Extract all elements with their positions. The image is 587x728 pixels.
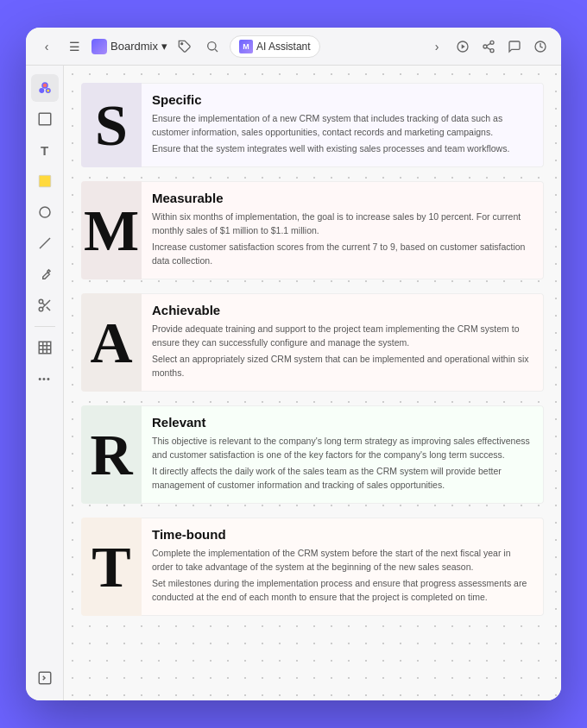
sidebar-item-pen[interactable] — [31, 260, 59, 288]
svg-rect-14 — [39, 113, 51, 125]
svg-point-13 — [46, 89, 50, 93]
top-bar-actions: › — [426, 36, 551, 57]
svg-line-2 — [215, 49, 218, 52]
svg-rect-15 — [39, 175, 51, 187]
svg-point-6 — [483, 45, 487, 48]
card-text-a: Provide adequate training and support to… — [152, 323, 533, 380]
svg-line-22 — [42, 303, 45, 305]
brand-icon — [92, 39, 107, 54]
brand-logo[interactable]: Boardmix ▾ — [92, 39, 167, 54]
card-title-m: Measurable — [152, 191, 533, 205]
top-bar: ‹ ☰ Boardmix ▾ M AI Assistant › — [26, 28, 561, 66]
sidebar-item-paint[interactable] — [31, 74, 59, 102]
svg-point-16 — [40, 207, 50, 217]
card-text-t: Complete the implementation of the CRM s… — [152, 547, 533, 604]
svg-line-8 — [487, 47, 491, 50]
card-content-m: Measurable Within six months of implemen… — [142, 181, 544, 279]
comment-icon[interactable] — [504, 36, 525, 57]
back-button[interactable]: ‹ — [36, 36, 57, 57]
svg-point-0 — [181, 42, 183, 44]
svg-point-11 — [42, 83, 47, 88]
sidebar-item-sticky[interactable] — [31, 167, 59, 195]
svg-point-12 — [40, 89, 44, 93]
share-icon[interactable] — [478, 36, 499, 57]
clock-icon[interactable] — [530, 36, 551, 57]
letter-block-s: S — [81, 83, 142, 167]
browser-window: ‹ ☰ Boardmix ▾ M AI Assistant › — [26, 28, 561, 700]
letter-s: S — [95, 96, 128, 154]
svg-point-1 — [208, 41, 216, 49]
play-icon[interactable] — [452, 36, 473, 57]
card-content-t: Time-bound Complete the implementation o… — [142, 518, 544, 616]
letter-t: T — [92, 537, 130, 596]
sidebar-bottom — [31, 664, 59, 692]
sidebar-item-embed[interactable] — [31, 664, 59, 692]
smart-card-a: A Achievable Provide adequate training a… — [81, 293, 544, 392]
sidebar-item-more[interactable]: ••• — [31, 365, 59, 392]
letter-block-r: R — [81, 405, 142, 504]
smart-card-t: T Time-bound Complete the implementation… — [81, 518, 544, 616]
letter-block-t: T — [81, 518, 142, 616]
expand-icon[interactable]: › — [426, 36, 447, 57]
sidebar: T ••• — [26, 66, 64, 700]
sidebar-item-text[interactable]: T — [31, 136, 59, 164]
smart-card-r: R Relevant This objective is relevant to… — [81, 405, 544, 504]
card-text-m: Within six months of implementation, the… — [152, 210, 533, 267]
brand-chevron: ▾ — [161, 40, 167, 53]
sidebar-item-table[interactable] — [31, 334, 59, 361]
card-text-s: Ensure the implementation of a new CRM s… — [152, 112, 533, 155]
svg-marker-4 — [462, 44, 465, 48]
ai-assistant-label: AI Assistant — [256, 41, 311, 53]
card-content-r: Relevant This objective is relevant to t… — [142, 405, 544, 504]
card-title-t: Time-bound — [152, 527, 533, 542]
card-title-a: Achievable — [152, 303, 533, 317]
tag-icon[interactable] — [174, 36, 195, 57]
main-area: T ••• — [26, 66, 561, 700]
card-text-r: This objective is relevant to the compan… — [152, 435, 533, 492]
svg-line-9 — [487, 43, 491, 46]
sidebar-item-shape[interactable] — [31, 198, 59, 226]
letter-block-a: A — [81, 293, 142, 392]
svg-point-18 — [39, 299, 43, 304]
menu-button[interactable]: ☰ — [64, 36, 85, 57]
svg-line-17 — [40, 238, 50, 248]
card-title-s: Specific — [152, 92, 533, 107]
svg-point-5 — [490, 41, 494, 44]
ai-assistant-button[interactable]: M AI Assistant — [230, 35, 320, 58]
letter-block-m: M — [81, 181, 142, 279]
card-title-r: Relevant — [152, 415, 533, 430]
svg-rect-23 — [39, 342, 51, 354]
card-content-a: Achievable Provide adequate training and… — [142, 293, 544, 392]
letter-a: A — [90, 313, 132, 372]
letter-r: R — [90, 425, 132, 484]
search-icon[interactable] — [202, 36, 223, 57]
smart-card-m: M Measurable Within six months of implem… — [81, 181, 544, 279]
sidebar-divider — [35, 326, 55, 327]
brand-name: Boardmix — [110, 40, 158, 53]
svg-line-21 — [46, 307, 49, 311]
canvas[interactable]: S Specific Ensure the implementation of … — [64, 66, 561, 700]
sidebar-item-frame[interactable] — [31, 105, 59, 133]
svg-point-7 — [490, 48, 494, 52]
sidebar-item-scissors[interactable] — [31, 292, 59, 319]
svg-point-19 — [39, 307, 43, 311]
smart-card-s: S Specific Ensure the implementation of … — [81, 83, 544, 167]
letter-m: M — [84, 201, 139, 260]
sidebar-item-line[interactable] — [31, 229, 59, 257]
ai-icon: M — [239, 40, 253, 53]
card-content-s: Specific Ensure the implementation of a … — [142, 83, 544, 167]
